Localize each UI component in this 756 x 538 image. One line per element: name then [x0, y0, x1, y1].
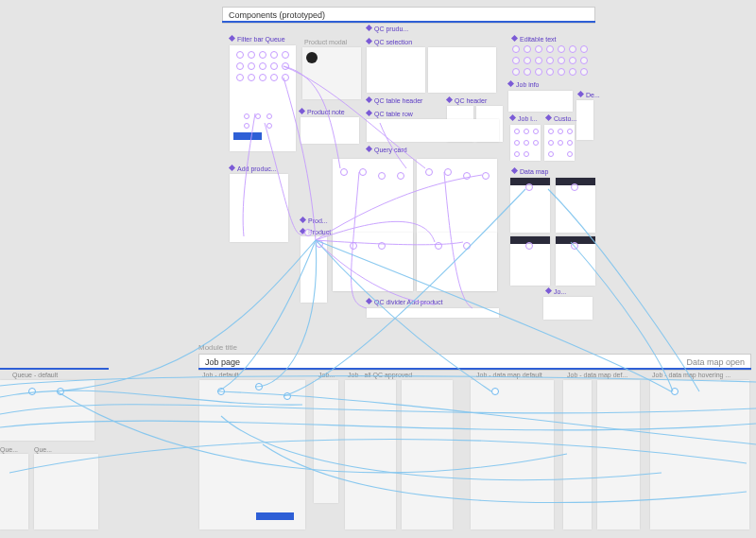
prototype-node[interactable]	[524, 57, 531, 64]
artboard-query-card-3[interactable]	[333, 233, 413, 291]
prototype-node[interactable]	[282, 62, 289, 70]
comp-qc-divider-add-product[interactable]: QC divider Add product	[367, 299, 442, 305]
prototype-node[interactable]	[255, 113, 261, 119]
prototype-node[interactable]	[482, 172, 490, 180]
prototype-node[interactable]	[435, 242, 442, 250]
prototype-node[interactable]	[525, 183, 533, 191]
prototype-node[interactable]	[316, 240, 323, 248]
comp-prod[interactable]: Prod...	[301, 217, 328, 224]
prototype-node[interactable]	[397, 172, 404, 180]
prototype-node[interactable]	[350, 242, 357, 250]
prototype-node[interactable]	[282, 74, 289, 81]
comp-job-info[interactable]: Job info	[508, 81, 540, 88]
prototype-node[interactable]	[546, 45, 554, 53]
prototype-node[interactable]	[491, 388, 499, 395]
artboard-filter-bar-queue[interactable]	[230, 45, 296, 151]
prototype-node[interactable]	[512, 57, 520, 64]
comp-add-produc[interactable]: Add produc...	[230, 165, 277, 172]
prototype-node[interactable]	[558, 45, 565, 53]
artboard-product[interactable]	[301, 236, 327, 303]
prototype-node[interactable]	[425, 168, 433, 176]
prototype-node[interactable]	[580, 57, 588, 64]
prototype-node[interactable]	[217, 388, 225, 395]
prototype-node[interactable]	[524, 140, 529, 146]
prototype-node[interactable]	[359, 168, 367, 176]
prototype-node[interactable]	[266, 113, 272, 119]
prototype-node[interactable]	[533, 140, 539, 146]
prototype-node[interactable]	[378, 242, 386, 250]
prototype-node[interactable]	[558, 140, 563, 146]
prototype-node[interactable]	[248, 74, 255, 81]
prototype-node[interactable]	[57, 388, 64, 395]
prototype-node[interactable]	[248, 51, 255, 59]
prototype-node[interactable]	[567, 151, 573, 157]
frame-label-job-all-qc[interactable]: Job - all QC approved	[348, 372, 412, 378]
prototype-node[interactable]	[548, 151, 554, 157]
comp-qc-header[interactable]: QC header	[447, 97, 487, 104]
artboard-que1[interactable]	[0, 454, 28, 529]
prototype-node[interactable]	[569, 45, 576, 53]
prototype-node[interactable]	[571, 183, 578, 191]
artboard-qc-selection-1[interactable]	[367, 47, 425, 93]
prototype-node[interactable]	[546, 57, 554, 64]
prototype-node[interactable]	[28, 388, 36, 395]
prototype-node[interactable]	[524, 68, 531, 76]
prototype-node[interactable]	[284, 392, 291, 400]
artboard-que2[interactable]	[34, 454, 98, 529]
artboard-job-dm-def-1[interactable]	[563, 380, 592, 529]
artboard-job-dm-default[interactable]	[471, 380, 554, 529]
prototype-node[interactable]	[580, 45, 588, 53]
frame-label-queue-default[interactable]: Queue - default	[12, 372, 58, 378]
artboard-qc-table-row[interactable]	[367, 119, 499, 142]
artboard-job-dm-def-2[interactable]	[597, 380, 640, 529]
prototype-node[interactable]	[255, 383, 263, 390]
prototype-node[interactable]	[548, 140, 554, 146]
comp-de[interactable]: De...	[578, 92, 600, 98]
prototype-node[interactable]	[514, 151, 520, 157]
artboard-job-info[interactable]	[508, 91, 573, 112]
artboard-query-card-4[interactable]	[417, 233, 497, 291]
artboard-qc-selection-2[interactable]	[428, 47, 496, 93]
prototype-node[interactable]	[270, 51, 278, 59]
comp-editable-text[interactable]: Editable text	[512, 36, 557, 43]
artboard-job-ellipsis[interactable]	[314, 380, 338, 503]
comp-jo[interactable]: Jo...	[546, 288, 566, 295]
prototype-node[interactable]	[463, 242, 471, 250]
prototype-node[interactable]	[671, 388, 679, 395]
frame-label-job-dm-hovering[interactable]: Job - data map hovering ...	[652, 372, 730, 378]
artboard-job-qc-2[interactable]	[402, 380, 453, 529]
prototype-node[interactable]	[558, 129, 563, 134]
artboard-job-qc-1[interactable]	[345, 380, 396, 529]
artboard-jo[interactable]	[543, 297, 593, 320]
prototype-node[interactable]	[270, 62, 278, 70]
prototype-node[interactable]	[304, 229, 312, 236]
prototype-node[interactable]	[558, 57, 565, 64]
comp-product-note[interactable]: Product note	[300, 109, 345, 115]
prototype-node[interactable]	[244, 123, 249, 129]
artboard-product-modal[interactable]	[302, 47, 361, 99]
prototype-node[interactable]	[236, 51, 244, 59]
prototype-node[interactable]	[514, 140, 520, 146]
artboard-job-dm-hovering[interactable]	[650, 380, 749, 529]
prototype-node[interactable]	[524, 45, 531, 53]
prototype-node[interactable]	[259, 51, 266, 59]
prototype-node[interactable]	[340, 168, 348, 176]
artboard-product-note[interactable]	[301, 117, 359, 144]
prototype-node[interactable]	[525, 242, 533, 250]
prototype-node[interactable]	[514, 129, 520, 134]
prototype-node[interactable]	[236, 62, 244, 70]
prototype-node[interactable]	[567, 140, 573, 146]
prototype-node[interactable]	[244, 113, 249, 119]
frame-label-job-default[interactable]: Job - default	[202, 372, 239, 378]
frame-label-que2[interactable]: Que...	[34, 446, 52, 453]
prototype-node[interactable]	[558, 68, 565, 76]
prototype-node[interactable]	[535, 68, 542, 76]
prototype-node[interactable]	[535, 57, 542, 64]
prototype-node[interactable]	[569, 57, 576, 64]
prototype-node[interactable]	[524, 151, 529, 157]
prototype-node[interactable]	[524, 129, 529, 134]
prototype-node[interactable]	[266, 123, 272, 129]
comp-qc-table-row[interactable]: QC table row	[367, 111, 413, 117]
artboard-job-default[interactable]	[199, 380, 305, 529]
prototype-node[interactable]	[270, 74, 278, 81]
